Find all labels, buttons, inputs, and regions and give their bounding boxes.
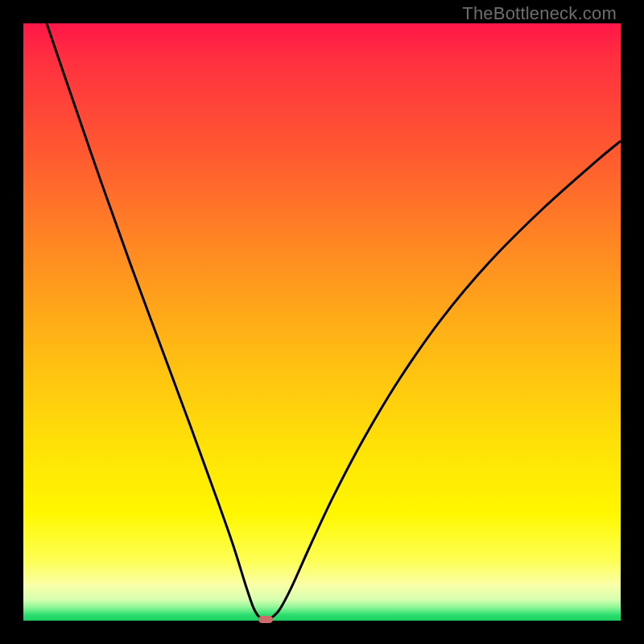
curve-line	[47, 23, 621, 619]
bottleneck-curve	[23, 23, 621, 621]
watermark-text: TheBottleneck.com	[462, 3, 617, 24]
minimum-marker	[258, 616, 273, 623]
chart-frame: TheBottleneck.com	[0, 0, 644, 644]
plot-area	[23, 23, 621, 621]
